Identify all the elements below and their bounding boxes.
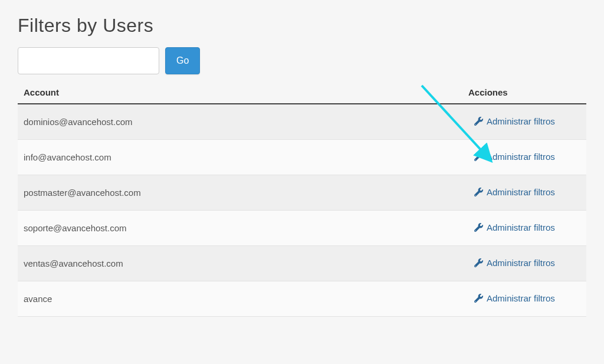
table-row: postmaster@avancehost.comAdministrar fil… — [18, 175, 586, 211]
action-link-label: Administrar filtros — [487, 222, 555, 232]
account-cell: dominios@avancehost.com — [18, 104, 468, 140]
column-header-actions[interactable]: Acciones — [468, 80, 586, 104]
action-link-label: Administrar filtros — [487, 116, 555, 126]
search-input[interactable] — [18, 47, 159, 74]
action-link-label: Administrar filtros — [487, 258, 555, 268]
account-cell: postmaster@avancehost.com — [18, 175, 468, 211]
action-cell: Administrar filtros — [468, 140, 586, 175]
account-cell: avance — [18, 281, 468, 317]
manage-filters-link[interactable]: Administrar filtros — [474, 116, 555, 126]
wrench-icon — [474, 152, 483, 161]
search-row: Go — [18, 47, 586, 74]
manage-filters-link[interactable]: Administrar filtros — [474, 293, 555, 303]
wrench-icon — [474, 223, 483, 232]
wrench-icon — [474, 258, 483, 267]
table-row: soporte@avancehost.comAdministrar filtro… — [18, 211, 586, 246]
action-cell: Administrar filtros — [468, 281, 586, 317]
filters-table: Account Acciones dominios@avancehost.com… — [18, 80, 586, 317]
page-title: Filters by Users — [18, 15, 586, 37]
action-cell: Administrar filtros — [468, 175, 586, 211]
table-row: ventas@avancehost.comAdministrar filtros — [18, 246, 586, 281]
manage-filters-link[interactable]: Administrar filtros — [474, 222, 555, 232]
account-cell: ventas@avancehost.com — [18, 246, 468, 281]
account-cell: soporte@avancehost.com — [18, 211, 468, 246]
manage-filters-link[interactable]: Administrar filtros — [474, 152, 555, 162]
action-link-label: Administrar filtros — [487, 187, 555, 197]
action-link-label: Administrar filtros — [487, 152, 555, 162]
action-cell: Administrar filtros — [468, 211, 586, 246]
manage-filters-link[interactable]: Administrar filtros — [474, 187, 555, 197]
table-row: dominios@avancehost.comAdministrar filtr… — [18, 104, 586, 140]
action-cell: Administrar filtros — [468, 104, 586, 140]
go-button[interactable]: Go — [165, 47, 200, 74]
wrench-icon — [474, 294, 483, 303]
column-header-account[interactable]: Account — [18, 80, 468, 104]
wrench-icon — [474, 117, 483, 126]
wrench-icon — [474, 188, 483, 196]
action-cell: Administrar filtros — [468, 246, 586, 281]
table-row: avanceAdministrar filtros — [18, 281, 586, 317]
action-link-label: Administrar filtros — [487, 293, 555, 303]
account-cell: info@avancehost.com — [18, 140, 468, 175]
manage-filters-link[interactable]: Administrar filtros — [474, 258, 555, 268]
table-row: info@avancehost.comAdministrar filtros — [18, 140, 586, 175]
